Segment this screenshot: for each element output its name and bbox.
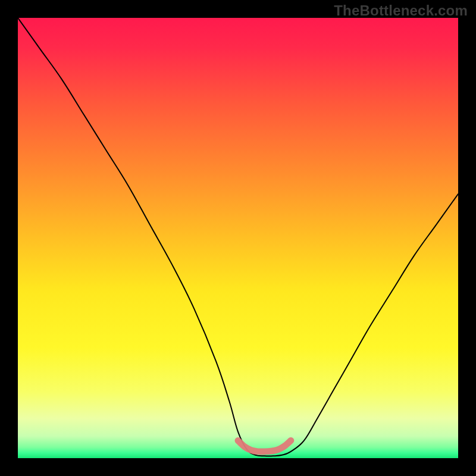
watermark-text: TheBottleneck.com (334, 2, 468, 19)
bottleneck-chart (18, 18, 458, 458)
chart-frame: TheBottleneck.com (0, 0, 476, 476)
gradient-background (18, 18, 458, 458)
plot-area (18, 18, 458, 458)
